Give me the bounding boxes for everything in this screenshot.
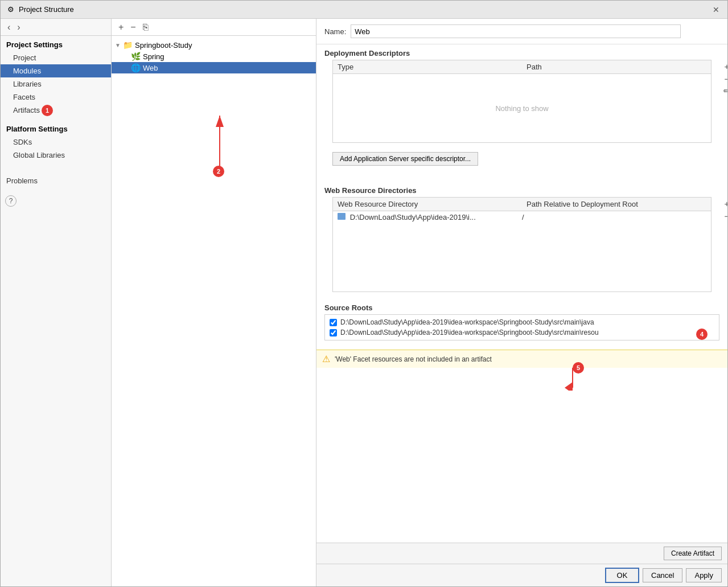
dd-side-buttons: + − ✏ <box>721 60 727 97</box>
source-roots-table: D:\DownLoad\Study\App\idea-2019\idea-wor… <box>324 314 719 340</box>
add-module-button[interactable]: + <box>116 21 126 34</box>
dd-remove-button[interactable]: − <box>721 72 727 85</box>
sidebar-item-label: Project <box>13 54 36 62</box>
sidebar-item-label: SDKs <box>13 138 32 146</box>
detail-panel: Name: Deployment Descriptors Type Path N… <box>316 19 727 586</box>
add-server-btn-container: Add Application Server specific descript… <box>316 143 727 175</box>
sidebar-item-project[interactable]: Project <box>1 51 111 64</box>
source-root-row-0: D:\DownLoad\Study\App\idea-2019\idea-wor… <box>325 317 719 327</box>
dd-table-header: Type Path <box>333 60 711 74</box>
wr-side-buttons: + − <box>721 197 727 222</box>
sidebar-item-modules[interactable]: Modules <box>1 64 111 77</box>
module-tree-panel: + − ⎘ ▼ 📁 Springboot-Study 🌿 Spring <box>112 19 316 586</box>
warning-text: 'Web' Facet resources are not included i… <box>335 355 492 363</box>
sidebar-item-label: Global Libraries <box>13 151 65 159</box>
detail-bottom-bar: Create Artifact <box>316 543 727 564</box>
source-roots-section: Source Roots D:\DownLoad\Study\App\idea-… <box>316 299 727 340</box>
wr-add-button[interactable]: + <box>721 197 727 210</box>
name-label: Name: <box>324 27 346 36</box>
copy-module-button[interactable]: ⎘ <box>141 21 151 34</box>
forward-button[interactable]: › <box>15 21 22 34</box>
dd-edit-button[interactable]: ✏ <box>721 85 727 97</box>
source-root-path-0: D:\DownLoad\Study\App\idea-2019\idea-wor… <box>340 318 594 326</box>
warning-bar: ⚠ 'Web' Facet resources are not included… <box>316 350 727 368</box>
window-icon: ⚙ <box>6 5 15 14</box>
folder-icon: 📁 <box>123 40 133 50</box>
deployment-descriptors-table: Type Path Nothing to show <box>332 60 711 143</box>
web-resource-table-wrapper: Web Resource Directory Path Relative to … <box>324 197 719 292</box>
warning-container: ⚠ 'Web' Facet resources are not included… <box>316 350 727 368</box>
sidebar-item-label: Libraries <box>13 80 42 88</box>
source-roots-label: Source Roots <box>316 299 727 314</box>
detail-content: Deployment Descriptors Type Path Nothing… <box>316 44 727 543</box>
sidebar: ‹ › Project Settings Project Modules Lib… <box>1 19 112 586</box>
web-resource-label: Web Resource Directories <box>316 182 727 197</box>
annotation-1: 1 <box>42 105 53 116</box>
help-button[interactable]: ? <box>5 195 17 207</box>
bottom-bar: OK Cancel Apply <box>316 564 727 586</box>
wr-table-row[interactable]: D:\DownLoad\Study\App\idea-2019\i... / <box>333 211 711 223</box>
sidebar-item-global-libraries[interactable]: Global Libraries <box>1 149 111 162</box>
warning-icon: ⚠ <box>322 354 330 364</box>
back-button[interactable]: ‹ <box>5 21 13 34</box>
project-structure-window: ⚙ Project Structure ✕ ‹ › Project Settin… <box>0 0 728 587</box>
sidebar-item-artifacts[interactable]: Artifacts 1 <box>1 104 111 117</box>
wr-dir-col: Web Resource Directory <box>333 198 522 211</box>
tree-expand-arrow: ▼ <box>115 42 123 48</box>
title-bar: ⚙ Project Structure ✕ <box>1 1 727 19</box>
wr-path-col: Path Relative to Deployment Root <box>522 198 711 211</box>
wr-empty-area <box>333 223 711 292</box>
deployment-descriptors-section: Type Path Nothing to show + − ✏ <box>324 60 719 143</box>
dd-type-col: Type <box>333 60 522 73</box>
dd-empty-message: Nothing to show <box>333 74 711 142</box>
tree-node-spring[interactable]: 🌿 Spring <box>112 51 316 62</box>
spring-icon: 🌿 <box>131 52 141 61</box>
name-input[interactable] <box>351 24 681 38</box>
tree-node-label: Springboot-Study <box>135 41 192 50</box>
annotation-4: 4 <box>696 329 708 340</box>
cancel-button[interactable]: Cancel <box>643 568 682 582</box>
wr-dir-value: D:\DownLoad\Study\App\idea-2019\i... <box>350 213 476 221</box>
tree-toolbar: + − ⎘ <box>112 19 316 36</box>
module-name-row: Name: <box>316 19 727 44</box>
sidebar-item-sdks[interactable]: SDKs <box>1 136 111 149</box>
sidebar-item-facets[interactable]: Facets <box>1 91 111 104</box>
wr-table-header: Web Resource Directory Path Relative to … <box>333 198 711 211</box>
platform-settings-header: Platform Settings <box>1 120 111 136</box>
create-artifact-button[interactable]: Create Artifact <box>664 547 722 560</box>
source-root-checkbox-0[interactable] <box>330 319 337 326</box>
web-resource-section: Web Resource Directories Web Resource Di… <box>316 182 727 292</box>
deployment-descriptors-label: Deployment Descriptors <box>316 44 727 60</box>
tree-node-springboot-study[interactable]: ▼ 📁 Springboot-Study <box>112 39 316 51</box>
wr-dir-cell: D:\DownLoad\Study\App\idea-2019\i... <box>338 213 522 221</box>
project-settings-header: Project Settings <box>1 36 111 51</box>
add-server-button[interactable]: Add Application Server specific descript… <box>332 152 478 166</box>
folder-icon-small <box>338 213 346 220</box>
close-button[interactable]: ✕ <box>710 4 722 15</box>
web-resource-table: Web Resource Directory Path Relative to … <box>332 197 711 292</box>
apply-button[interactable]: Apply <box>686 568 722 582</box>
sidebar-item-libraries[interactable]: Libraries <box>1 77 111 91</box>
sidebar-item-label: Artifacts <box>13 106 40 114</box>
ok-button[interactable]: OK <box>605 568 639 583</box>
tree-content: ▼ 📁 Springboot-Study 🌿 Spring 🌐 Web <box>112 36 316 586</box>
window-title: Project Structure <box>19 5 710 14</box>
source-root-row-1: D:\DownLoad\Study\App\idea-2019\idea-wor… <box>325 327 719 338</box>
tree-node-web[interactable]: 🌐 Web <box>112 62 316 73</box>
problems-label[interactable]: Problems <box>1 173 111 188</box>
wr-path-cell: / <box>522 213 706 221</box>
dd-add-button[interactable]: + <box>721 60 727 72</box>
sidebar-item-label: Modules <box>13 67 41 75</box>
remove-module-button[interactable]: − <box>128 21 138 34</box>
dd-path-col: Path <box>522 60 711 73</box>
sidebar-nav: ‹ › <box>1 19 111 36</box>
wr-remove-button[interactable]: − <box>721 210 727 222</box>
tree-node-label: Spring <box>143 52 164 61</box>
annotation-5: 5 <box>573 362 584 373</box>
sidebar-item-label: Facets <box>13 93 35 101</box>
annotation-5-arrow <box>556 368 590 391</box>
tree-node-label: Web <box>143 64 158 72</box>
source-root-checkbox-1[interactable] <box>330 329 337 336</box>
main-layout: ‹ › Project Settings Project Modules Lib… <box>1 19 727 586</box>
source-root-path-1: D:\DownLoad\Study\App\idea-2019\idea-wor… <box>340 329 599 336</box>
